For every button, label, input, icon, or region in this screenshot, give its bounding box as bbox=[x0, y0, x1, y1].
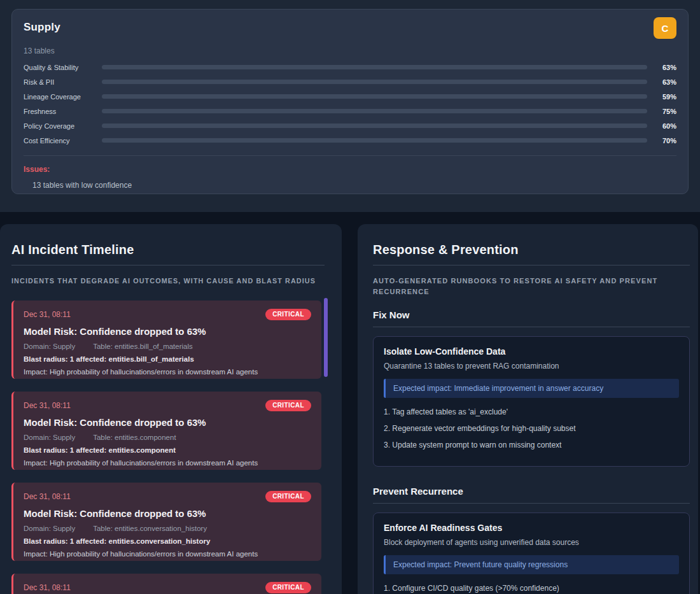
metric-value: 75% bbox=[647, 108, 676, 115]
divider bbox=[11, 265, 325, 265]
supply-card-title: Supply bbox=[24, 21, 60, 34]
timeline-panel-title: AI Incident Timeline bbox=[11, 243, 325, 257]
metric-bar-track bbox=[102, 109, 647, 113]
incident-card[interactable]: Dec 31, 08:11 CRITICAL Model Risk: Confi… bbox=[11, 301, 321, 379]
timeline-scrollbar-thumb[interactable] bbox=[324, 298, 328, 377]
table-count-label: 13 tables bbox=[24, 46, 676, 55]
incident-card[interactable]: Dec 31, 08:11 CRITICAL bbox=[11, 574, 321, 594]
metric-label: Policy Coverage bbox=[24, 122, 102, 130]
issue-item: 13 tables with low confidence bbox=[32, 181, 676, 190]
metric-bar-track bbox=[102, 94, 647, 99]
runbook-title: Enforce AI Readiness Gates bbox=[384, 522, 679, 534]
incident-blast-radius: Blast radius: 1 affected: entities.conve… bbox=[24, 537, 311, 546]
metric-value: 63% bbox=[647, 64, 676, 71]
metric-row-freshness: Freshness 75% bbox=[24, 104, 676, 118]
metric-row-policy: Policy Coverage 60% bbox=[24, 118, 676, 133]
metric-value: 63% bbox=[647, 78, 676, 86]
metric-label: Quality & Stability bbox=[24, 64, 102, 71]
incident-timeline-panel: AI Incident Timeline Incidents that degr… bbox=[0, 224, 342, 594]
runbook-steps: 1. Tag affected tables as 'ai_exclude' 2… bbox=[384, 407, 679, 450]
runbook-steps: 1. Configure CI/CD quality gates (>70% c… bbox=[384, 584, 679, 594]
runbook-card-prevent-recurrence[interactable]: Enforce AI Readiness Gates Block deploym… bbox=[373, 513, 690, 594]
metric-label: Cost Efficiency bbox=[24, 137, 102, 145]
incident-domain: Domain: Supply bbox=[24, 524, 75, 533]
metric-value: 70% bbox=[647, 137, 676, 145]
severity-badge: CRITICAL bbox=[265, 400, 311, 411]
supply-domain-card: Supply C 13 tables Quality & Stability 6… bbox=[11, 9, 689, 194]
divider bbox=[373, 327, 690, 327]
runbook-step: 1. Tag affected tables as 'ai_exclude' bbox=[384, 407, 679, 417]
metric-label: Risk & PII bbox=[24, 78, 102, 86]
runbook-title: Isolate Low-Confidence Data bbox=[384, 346, 679, 357]
incident-card[interactable]: Dec 31, 08:11 CRITICAL Model Risk: Confi… bbox=[11, 392, 321, 470]
metric-bar-track bbox=[102, 80, 647, 84]
response-panel-title: Response & Prevention bbox=[373, 243, 690, 257]
incident-impact: Impact: High probability of hallucinatio… bbox=[24, 549, 311, 558]
metric-row-quality: Quality & Stability 63% bbox=[24, 60, 676, 74]
incident-table: Table: entities.component bbox=[93, 433, 176, 442]
runbook-step: 2. Regenerate vector embeddings for high… bbox=[384, 424, 679, 434]
divider bbox=[373, 503, 690, 504]
runbook-step: 1. Configure CI/CD quality gates (>70% c… bbox=[384, 584, 679, 593]
divider bbox=[24, 155, 676, 156]
grade-badge[interactable]: C bbox=[654, 17, 676, 39]
metric-label: Lineage Coverage bbox=[24, 93, 102, 101]
metric-value: 59% bbox=[647, 93, 676, 101]
section-heading-fix-now: Fix Now bbox=[373, 309, 690, 320]
incident-timestamp: Dec 31, 08:11 bbox=[24, 583, 71, 593]
section-heading-prevent-recurrence: Prevent Recurrence bbox=[373, 486, 690, 497]
runbook-description: Quarantine 13 tables to prevent RAG cont… bbox=[384, 362, 679, 371]
incident-domain: Domain: Supply bbox=[24, 342, 75, 351]
incident-title: Model Risk: Confidence dropped to 63% bbox=[24, 325, 311, 337]
incident-blast-radius: Blast radius: 1 affected: entities.compo… bbox=[24, 446, 311, 455]
incident-list: Dec 31, 08:11 CRITICAL Model Risk: Confi… bbox=[11, 301, 321, 594]
issues-label: Issues: bbox=[24, 165, 676, 174]
metric-row-lineage: Lineage Coverage 59% bbox=[24, 89, 676, 104]
expected-impact-callout: Expected impact: Prevent future quality … bbox=[384, 555, 679, 574]
metric-label: Freshness bbox=[24, 108, 102, 115]
incident-blast-radius: Blast radius: 1 affected: entities.bill_… bbox=[24, 355, 311, 364]
incident-title: Model Risk: Confidence dropped to 63% bbox=[24, 416, 311, 428]
incident-table: Table: entities.conversation_history bbox=[93, 524, 207, 533]
divider bbox=[373, 265, 690, 265]
severity-badge: CRITICAL bbox=[265, 582, 311, 593]
metric-bar-track bbox=[102, 124, 647, 128]
runbook-card-fix-now[interactable]: Isolate Low-Confidence Data Quarantine 1… bbox=[373, 336, 690, 467]
incident-table: Table: entities.bill_of_materials bbox=[93, 342, 193, 351]
supply-metrics-list: Quality & Stability 63% Risk & PII 63% L… bbox=[24, 60, 676, 148]
incident-card[interactable]: Dec 31, 08:11 CRITICAL Model Risk: Confi… bbox=[11, 483, 321, 561]
runbook-step: 3. Update system prompt to warn on missi… bbox=[384, 441, 679, 450]
metric-row-risk: Risk & PII 63% bbox=[24, 74, 676, 89]
expected-impact-callout: Expected impact: Immediate improvement i… bbox=[384, 379, 679, 398]
severity-badge: CRITICAL bbox=[265, 309, 311, 320]
incident-impact: Impact: High probability of hallucinatio… bbox=[24, 458, 311, 467]
incident-timestamp: Dec 31, 08:11 bbox=[24, 401, 71, 411]
metric-bar-track bbox=[102, 65, 647, 69]
timeline-panel-subtitle: Incidents that degrade AI outcomes, with… bbox=[11, 276, 325, 286]
incident-impact: Impact: High probability of hallucinatio… bbox=[24, 367, 311, 376]
response-panel-subtitle: Auto-generated runbooks to restore AI sa… bbox=[373, 276, 690, 297]
incident-domain: Domain: Supply bbox=[24, 433, 75, 442]
metric-row-cost: Cost Efficiency 70% bbox=[24, 133, 676, 148]
incident-title: Model Risk: Confidence dropped to 63% bbox=[24, 507, 311, 520]
metric-bar-track bbox=[102, 138, 647, 143]
runbook-description: Block deployment of agents using unverif… bbox=[384, 538, 679, 548]
response-prevention-panel: Response & Prevention Auto-generated run… bbox=[358, 224, 698, 594]
metric-value: 60% bbox=[647, 122, 676, 130]
incident-timestamp: Dec 31, 08:11 bbox=[24, 492, 71, 502]
severity-badge: CRITICAL bbox=[265, 491, 311, 502]
incident-timestamp: Dec 31, 08:11 bbox=[24, 310, 71, 320]
